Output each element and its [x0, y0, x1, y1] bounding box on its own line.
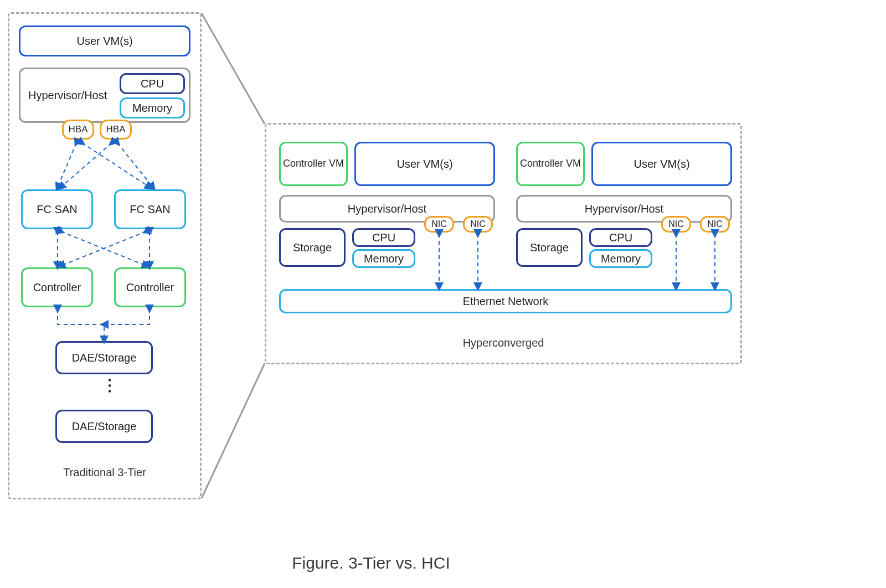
left-memory: Memory	[120, 97, 185, 118]
hci-n2-storage: Storage	[516, 228, 583, 267]
left-hba2: HBA	[100, 120, 132, 140]
hci-n1-nic2: NIC	[463, 216, 493, 233]
hci-n1-nic1: NIC	[424, 216, 454, 233]
svg-line-9	[202, 363, 265, 498]
hci-n2-cpu: CPU	[589, 228, 652, 247]
hci-n2-nic2: NIC	[700, 216, 730, 233]
left-user-vm: User VM(s)	[19, 25, 190, 56]
hci-n2-cvm: Controller VM	[516, 142, 585, 186]
left-ctrl2: Controller	[114, 267, 186, 307]
hci-n1-uservm: User VM(s)	[354, 142, 495, 186]
left-fcsan2: FC SAN	[114, 189, 186, 229]
hci-ethernet: Ethernet Network	[279, 289, 732, 313]
left-hba1: HBA	[62, 120, 94, 140]
hci-n1-cvm: Controller VM	[279, 142, 348, 186]
left-cpu: CPU	[120, 73, 185, 94]
left-dae2: DAE/Storage	[55, 410, 153, 443]
left-dae1: DAE/Storage	[55, 341, 153, 374]
svg-line-8	[202, 13, 265, 124]
figure-caption: Figure. 3-Tier vs. HCI	[0, 554, 742, 572]
hci-n1-memory: Memory	[352, 249, 415, 268]
left-fcsan1: FC SAN	[21, 189, 93, 229]
hci-n2-hypervisor: Hypervisor/Host	[516, 195, 732, 223]
traditional-label: Traditional 3-Tier	[8, 466, 202, 479]
hci-n1-cpu: CPU	[352, 228, 415, 247]
hci-n2-memory: Memory	[589, 249, 652, 268]
left-ellipsis: ⋮	[102, 383, 119, 388]
hci-n1-hypervisor: Hypervisor/Host	[279, 195, 495, 223]
hci-n2-nic1: NIC	[661, 216, 691, 233]
hci-n2-uservm: User VM(s)	[591, 142, 732, 186]
hci-label: Hyperconverged	[265, 337, 742, 349]
hci-n1-storage: Storage	[279, 228, 346, 267]
left-ctrl1: Controller	[21, 267, 93, 307]
